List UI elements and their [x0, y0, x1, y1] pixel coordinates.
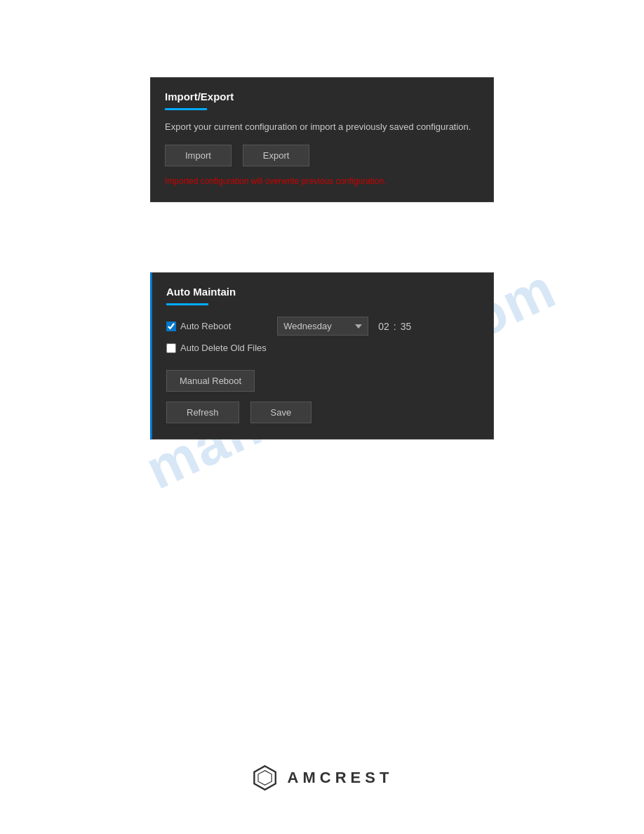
auto-maintain-underline: [166, 303, 208, 305]
auto-reboot-row: Auto Reboot Monday Tuesday Wednesday Thu…: [166, 317, 479, 336]
time-display: 02 : 35: [378, 321, 411, 332]
svg-marker-0: [254, 766, 275, 790]
manual-reboot-button[interactable]: Manual Reboot: [166, 370, 255, 392]
auto-delete-label: Auto Delete Old Files: [180, 343, 267, 353]
reboot-time-row: Monday Tuesday Wednesday Thursday Friday…: [277, 317, 411, 336]
amcrest-logo-icon: [251, 764, 279, 792]
auto-delete-checkbox[interactable]: [166, 343, 176, 353]
svg-marker-1: [258, 771, 271, 786]
refresh-button[interactable]: Refresh: [166, 402, 239, 423]
import-export-underline: [165, 108, 207, 110]
auto-reboot-label: Auto Reboot: [180, 321, 231, 331]
time-colon: :: [394, 321, 396, 332]
import-export-panel: Import/Export Export your current config…: [150, 77, 494, 202]
import-export-buttons: Import Export: [165, 145, 479, 166]
logo-area: AMCREST: [251, 764, 394, 792]
brand-name: AMCREST: [288, 769, 394, 787]
auto-maintain-title: Auto Maintain: [166, 286, 479, 298]
auto-delete-row: Auto Delete Old Files: [166, 343, 479, 353]
save-button[interactable]: Save: [250, 402, 312, 423]
page-wrapper: Import/Export Export your current config…: [0, 0, 644, 834]
import-warning-text: Imported configuration will overwrite pr…: [165, 176, 479, 186]
time-minute: 35: [401, 321, 412, 332]
auto-maintain-panel: Auto Maintain Auto Reboot Monday Tuesday…: [150, 272, 494, 439]
auto-reboot-checkbox[interactable]: [166, 322, 176, 331]
export-button[interactable]: Export: [243, 145, 310, 166]
import-export-description: Export your current configuration or imp…: [165, 121, 479, 132]
import-export-title: Import/Export: [165, 91, 479, 102]
action-row: Refresh Save: [166, 402, 479, 423]
time-hour: 02: [378, 321, 389, 332]
day-select[interactable]: Monday Tuesday Wednesday Thursday Friday…: [277, 317, 368, 336]
import-button[interactable]: Import: [165, 145, 232, 166]
